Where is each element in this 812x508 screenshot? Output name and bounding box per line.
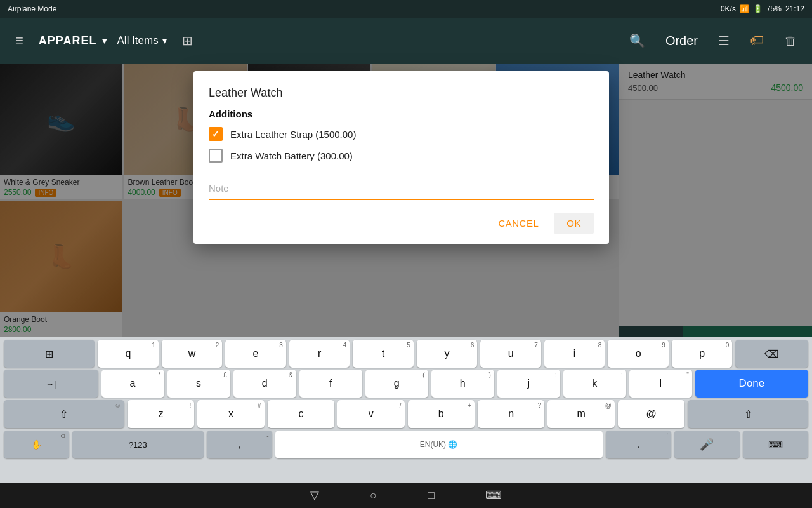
modal-option-2[interactable]: Extra Watch Battery (300.00) bbox=[209, 149, 594, 163]
tag-icon[interactable]: 🏷 bbox=[745, 27, 769, 54]
modal-checkbox-2[interactable] bbox=[209, 149, 223, 163]
voice-input-key[interactable]: 🎤 bbox=[674, 431, 740, 458]
key-f[interactable]: _f bbox=[299, 370, 362, 398]
android-nav-bar: ▽ ○ □ ⌨ bbox=[0, 483, 812, 508]
list-icon[interactable]: ☰ bbox=[713, 28, 735, 53]
key-b[interactable]: +b bbox=[408, 400, 475, 428]
modal-section-label: Additions bbox=[209, 109, 594, 119]
modal-title: Leather Watch bbox=[209, 86, 594, 100]
delete-icon[interactable]: 🗑 bbox=[779, 29, 802, 53]
done-key[interactable]: Done bbox=[695, 370, 808, 398]
top-nav: ≡ APPAREL ▾ All Items ▾ ⊞ 🔍 Order ☰ 🏷 🗑 bbox=[0, 18, 812, 64]
keyboard-switch-key[interactable]: ⌨ bbox=[743, 431, 808, 458]
key-o[interactable]: 9o bbox=[608, 340, 669, 368]
allitems-dropdown[interactable]: All Items ▾ bbox=[117, 34, 167, 47]
key-i[interactable]: 8i bbox=[544, 340, 605, 368]
key-k[interactable]: ;k bbox=[563, 370, 626, 398]
modal-checkbox-1[interactable]: ✓ bbox=[209, 127, 223, 141]
airplane-mode-label: Airplane Mode bbox=[8, 4, 56, 13]
key-r[interactable]: 4r bbox=[289, 340, 350, 368]
key-w[interactable]: 2w bbox=[162, 340, 223, 368]
key-a[interactable]: *a bbox=[102, 370, 164, 398]
cancel-button[interactable]: CANCEL bbox=[488, 213, 549, 234]
key-d[interactable]: &d bbox=[233, 370, 296, 398]
key-t[interactable]: 5t bbox=[353, 340, 414, 368]
shift-right-key[interactable]: ⇧ bbox=[688, 400, 808, 428]
allitems-chevron-down-icon: ▾ bbox=[162, 36, 167, 46]
battery-percent: 75% bbox=[766, 4, 782, 13]
key-x[interactable]: #x bbox=[197, 400, 264, 428]
modal-option-1[interactable]: ✓ Extra Leather Strap (1500.00) bbox=[209, 127, 594, 141]
modal-leather-watch: Leather Watch Additions ✓ Extra Leather … bbox=[193, 71, 609, 244]
key-g[interactable]: (g bbox=[365, 370, 428, 398]
settings-key[interactable]: ⚙✋ bbox=[4, 431, 69, 458]
image-view-icon[interactable]: ⊞ bbox=[182, 33, 193, 48]
key-l[interactable]: "l bbox=[629, 370, 692, 398]
android-back-button[interactable]: ▽ bbox=[310, 488, 319, 502]
backspace-key[interactable]: ⌫ bbox=[735, 340, 808, 368]
status-bar: Airplane Mode 0K/s 📶 🔋 75% 21:12 bbox=[0, 0, 812, 18]
modal-actions: CANCEL OK bbox=[209, 213, 594, 234]
key-j[interactable]: :j bbox=[497, 370, 560, 398]
key-grid[interactable]: ⊞ bbox=[4, 340, 95, 368]
num-mode-key[interactable]: ?123 bbox=[72, 431, 203, 458]
key-n[interactable]: ?n bbox=[478, 400, 544, 428]
android-keyboard-button[interactable]: ⌨ bbox=[485, 488, 502, 502]
key-y[interactable]: 6y bbox=[417, 340, 478, 368]
wifi-icon: 📶 bbox=[740, 4, 749, 13]
key-v[interactable]: /v bbox=[337, 400, 404, 428]
order-label: Order bbox=[660, 29, 703, 53]
key-u[interactable]: 7u bbox=[480, 340, 541, 368]
clock: 21:12 bbox=[785, 4, 804, 13]
search-icon[interactable]: 🔍 bbox=[624, 28, 650, 53]
key-q[interactable]: 1q bbox=[98, 340, 159, 368]
key-s[interactable]: £s bbox=[167, 370, 230, 398]
period-key[interactable]: '. bbox=[606, 431, 671, 458]
key-z[interactable]: !z bbox=[128, 400, 194, 428]
android-recents-button[interactable]: □ bbox=[428, 489, 435, 502]
apparel-dropdown[interactable]: APPAREL ▾ bbox=[39, 34, 107, 48]
apparel-chevron-down-icon: ▾ bbox=[102, 36, 107, 46]
modal-option-label-2: Extra Watch Battery (300.00) bbox=[230, 150, 353, 161]
battery-icon: 🔋 bbox=[753, 4, 763, 13]
comma-key[interactable]: -, bbox=[207, 431, 272, 458]
android-home-button[interactable]: ○ bbox=[370, 489, 377, 502]
network-speed: 0K/s bbox=[721, 4, 736, 13]
key-c[interactable]: =c bbox=[268, 400, 334, 428]
key-p[interactable]: 0p bbox=[672, 340, 733, 368]
key-h[interactable]: )h bbox=[431, 370, 494, 398]
note-input[interactable] bbox=[209, 178, 594, 200]
ok-button[interactable]: OK bbox=[554, 213, 594, 234]
hamburger-menu-icon[interactable]: ≡ bbox=[10, 27, 29, 54]
shift-left-key[interactable]: ☺⇧ bbox=[4, 400, 124, 428]
tab-key[interactable]: →| bbox=[4, 370, 98, 398]
key-e[interactable]: 3e bbox=[225, 340, 286, 368]
space-key[interactable]: EN(UK) 🌐 bbox=[275, 431, 603, 458]
key-at[interactable]: @ bbox=[618, 400, 684, 428]
checkbox-checkmark-1: ✓ bbox=[212, 129, 219, 139]
key-m[interactable]: @m bbox=[547, 400, 614, 428]
modal-option-label-1: Extra Leather Strap (1500.00) bbox=[230, 129, 356, 140]
